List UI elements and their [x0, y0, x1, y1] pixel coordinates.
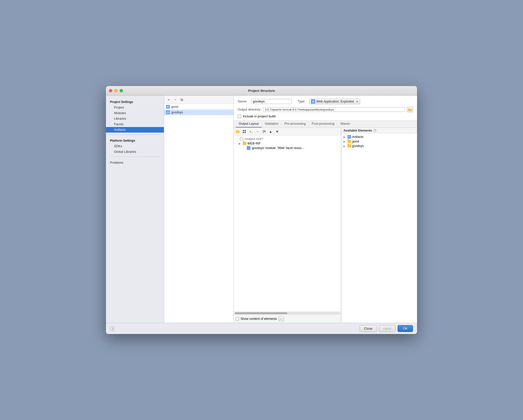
include-in-build-row: Include in project build	[238, 114, 413, 118]
center-toolbar: + − ⧉	[164, 96, 233, 104]
traffic-lights	[109, 89, 123, 92]
output-tree-content: <output root> ▶ WEB-INF	[234, 136, 341, 311]
name-input[interactable]	[251, 99, 292, 104]
available-arrow-goodsys: ▶	[343, 145, 346, 148]
sidebar-item-problems[interactable]: Problems	[106, 159, 164, 165]
tree-item-web-inf[interactable]: ▶ WEB-INF	[234, 141, 341, 146]
tree-grid-button[interactable]	[241, 129, 247, 135]
include-in-build-checkbox[interactable]	[238, 115, 241, 118]
output-dir-browse-button[interactable]	[407, 107, 413, 112]
output-dir-row: Output directory:	[238, 107, 413, 112]
output-dir-input[interactable]	[263, 107, 405, 112]
artifact-item-good[interactable]: good	[164, 104, 233, 110]
tab-post-processing[interactable]: Post-processing	[309, 120, 338, 128]
available-arrow-artifacts: ▶	[343, 136, 346, 138]
right-panel: Name: Type: Web Application: Exploded	[234, 96, 417, 323]
show-content-checkbox[interactable]	[236, 317, 239, 321]
minimize-traffic-light[interactable]	[114, 89, 118, 92]
tab-pre-processing[interactable]: Pre-processing	[281, 120, 309, 128]
artifact-item-goodsys[interactable]: goodsys	[164, 110, 233, 115]
ok-button[interactable]: OK	[398, 325, 413, 332]
goodsys-folder-icon	[347, 144, 351, 148]
tree-remove-button[interactable]: −	[254, 129, 260, 135]
include-in-build-label: Include in project build	[243, 114, 275, 118]
module-resource-icon	[247, 146, 250, 150]
svg-rect-14	[243, 130, 244, 131]
tree-item-output-root[interactable]: <output root>	[234, 137, 341, 141]
apply-button[interactable]: Apply	[379, 325, 396, 332]
sidebar-item-modules[interactable]: Modules	[106, 110, 164, 116]
type-label: Type:	[298, 100, 306, 103]
web-inf-label: WEB-INF	[247, 142, 261, 145]
sidebar-item-global-libraries[interactable]: Global Libraries	[106, 149, 164, 155]
type-dropdown-icon: ▼	[356, 100, 358, 103]
tree-sort-button[interactable]	[261, 129, 267, 135]
tree-folder-button[interactable]: +	[235, 129, 241, 135]
available-item-goodsys[interactable]: ▶ goodsys	[341, 144, 417, 148]
available-arrow-good: ▶	[343, 140, 346, 143]
tree-folder-icon: +	[236, 130, 239, 133]
tree-add-button[interactable]: +,	[248, 129, 254, 135]
output-root-label: <output root>	[244, 137, 263, 141]
help-button[interactable]: ?	[110, 326, 115, 331]
close-button[interactable]: Close	[360, 325, 377, 332]
main-layout: Project Settings Project Modules Librari…	[106, 96, 417, 323]
add-artifact-button[interactable]: +	[166, 97, 172, 103]
good-folder-icon	[347, 140, 351, 143]
sidebar-item-project[interactable]: Project	[106, 105, 164, 110]
web-app-icon	[166, 105, 170, 109]
center-panel: + − ⧉ good	[164, 96, 234, 323]
artifacts-folder-icon	[347, 135, 351, 139]
svg-rect-22	[240, 138, 243, 140]
output-tree-toolbar: + +, −	[234, 128, 341, 136]
svg-rect-16	[243, 132, 244, 133]
available-item-good[interactable]: ▶ good	[341, 139, 417, 144]
tab-validation[interactable]: Validation	[262, 120, 281, 128]
scrollbar-track	[235, 312, 340, 314]
web-inf-folder-icon	[243, 142, 246, 145]
available-goodsys-label: goodsys	[352, 144, 364, 148]
tab-output-layout[interactable]: Output Layout	[236, 120, 262, 128]
artifact-list: good goodsys	[164, 104, 233, 323]
sidebar-divider-2	[110, 157, 160, 157]
tree-grid-icon	[243, 130, 246, 133]
window-title: Project Structure	[248, 89, 275, 93]
type-value: Web Application: Exploded	[316, 100, 354, 103]
show-content-ellipsis-button[interactable]: ···	[278, 316, 284, 321]
project-settings-heading: Project Settings	[106, 98, 164, 105]
content-area: + +, −	[234, 128, 417, 323]
sidebar: Project Settings Project Modules Librari…	[106, 96, 164, 323]
available-good-label: good	[352, 140, 359, 143]
available-elements-panel: Available Elements ? ▶	[341, 128, 417, 323]
tree-down-button[interactable]: ▼	[274, 129, 280, 135]
type-select-wrapper[interactable]: Web Application: Exploded ▼	[309, 99, 360, 104]
sidebar-item-facets[interactable]: Facets	[106, 121, 164, 127]
tree-up-button[interactable]: ▲	[268, 129, 274, 135]
sidebar-divider	[110, 135, 160, 135]
svg-text:+: +	[237, 131, 238, 133]
title-bar: Project Structure	[106, 86, 417, 96]
bottom-bar: ? Close Apply OK	[106, 323, 417, 334]
tree-arrow-web-inf: ▶	[239, 142, 242, 145]
tree-item-goodsys-module[interactable]: 'goodsys' module: 'Web' facet resou…	[234, 146, 341, 150]
sidebar-item-sdks[interactable]: SDKs	[106, 143, 164, 149]
maximize-traffic-light[interactable]	[120, 89, 123, 92]
remove-artifact-button[interactable]: −	[172, 97, 178, 103]
output-layout-tree: + +, −	[234, 128, 341, 323]
goodsys-module-label: 'goodsys' module: 'Web' facet resou…	[251, 146, 305, 150]
output-root-icon	[240, 137, 243, 141]
folder-browse-icon	[408, 108, 412, 111]
sidebar-item-libraries[interactable]: Libraries	[106, 116, 164, 121]
svg-rect-15	[245, 130, 246, 131]
available-item-artifacts[interactable]: ▶ Artifacts	[341, 135, 417, 139]
svg-rect-9	[408, 109, 412, 111]
available-help-icon[interactable]: ?	[373, 129, 377, 132]
tab-maven[interactable]: Maven	[337, 120, 353, 128]
horizontal-scrollbar[interactable]	[234, 311, 341, 314]
right-header: Name: Type: Web Application: Exploded	[234, 96, 417, 120]
svg-rect-17	[245, 132, 246, 133]
close-traffic-light[interactable]	[109, 89, 112, 92]
copy-artifact-button[interactable]: ⧉	[179, 97, 185, 103]
sidebar-item-artifacts[interactable]: Artifacts	[106, 127, 164, 133]
output-dir-label: Output directory:	[238, 108, 261, 111]
